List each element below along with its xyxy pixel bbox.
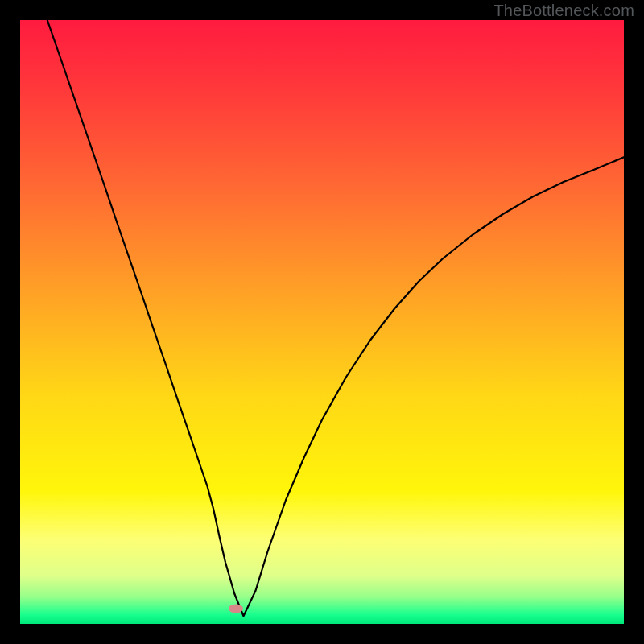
- watermark-text: TheBottleneck.com: [493, 2, 634, 20]
- chart-frame: TheBottleneck.com: [0, 0, 644, 644]
- minimum-marker: [229, 604, 243, 613]
- plot-area: [20, 20, 624, 624]
- svg-rect-0: [20, 20, 624, 624]
- background-gradient: [20, 20, 624, 624]
